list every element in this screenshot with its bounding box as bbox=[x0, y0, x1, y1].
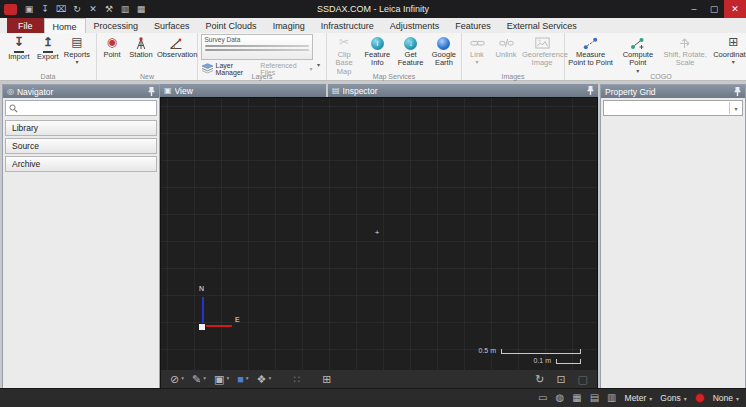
compute-label: Compute Point bbox=[617, 51, 658, 68]
display-options-button[interactable]: ▣ ▾ bbox=[214, 374, 229, 385]
navigator-icon: ◎ bbox=[7, 88, 14, 96]
scale-minor-line bbox=[556, 359, 581, 364]
tools-button[interactable]: ⚒ bbox=[101, 1, 117, 17]
lock-view-button[interactable]: ▢ bbox=[578, 374, 588, 385]
close-project-button[interactable]: ✕ bbox=[85, 1, 101, 17]
reports-button[interactable]: ▤ Reports ▾ bbox=[63, 34, 91, 66]
layers-preview[interactable]: Survey Data bbox=[201, 34, 313, 60]
tab-adjustments[interactable]: Adjustments bbox=[382, 18, 448, 33]
grid-toggle-button[interactable]: ⊞ bbox=[322, 374, 331, 385]
distance-unit-dropdown[interactable]: Meter ▾ bbox=[625, 393, 653, 403]
view-panel-header[interactable]: ▣ View bbox=[160, 84, 326, 97]
map-canvas[interactable]: + N E 0.5 m 0.1 m bbox=[160, 97, 598, 370]
feature-info-label: Feature Info bbox=[362, 51, 392, 68]
get-feature-button[interactable]: ↓ Get Feature bbox=[395, 34, 427, 69]
pin-icon[interactable] bbox=[148, 87, 155, 96]
georeference-image-button[interactable]: Georeference Image bbox=[521, 34, 563, 69]
compute-point-button[interactable]: Compute Point ▾ bbox=[616, 34, 659, 75]
get-feature-globe-icon: ↓ bbox=[404, 35, 417, 51]
pin-icon[interactable] bbox=[587, 86, 594, 95]
scale-major-line bbox=[501, 349, 581, 354]
display-icon: ▣ bbox=[214, 374, 224, 385]
screen-status-icon[interactable]: ▭ bbox=[538, 393, 547, 403]
layers-dropdown-button[interactable]: ▾ bbox=[314, 34, 324, 71]
delete-button[interactable]: ⌧ bbox=[53, 1, 69, 17]
dropdown-arrow-icon: ▾ bbox=[732, 59, 735, 65]
navigator-panel-header[interactable]: ◎ Navigator bbox=[3, 85, 159, 98]
coordinates-button[interactable]: ⊞ Coordinates ▾ bbox=[711, 34, 746, 66]
table-status-icon[interactable]: ▦ bbox=[572, 393, 581, 403]
refresh-view-button[interactable]: ↻ bbox=[535, 374, 544, 385]
close-button[interactable]: ✕ bbox=[724, 0, 746, 18]
tab-features[interactable]: Features bbox=[447, 18, 499, 33]
sync-button[interactable]: ↻ bbox=[69, 1, 85, 17]
import-button[interactable]: ↧ Import bbox=[5, 34, 33, 62]
tab-processing[interactable]: Processing bbox=[86, 18, 147, 33]
import-button-quick[interactable]: ↧ bbox=[37, 1, 53, 17]
save-button[interactable]: ▣ bbox=[21, 1, 37, 17]
ribbon-group-new: ◉ Point Station Observation New bbox=[97, 33, 198, 80]
sidebar-item-source[interactable]: Source bbox=[5, 138, 157, 154]
measure-point-to-point-button[interactable]: Measure Point to Point bbox=[566, 34, 615, 69]
coordinate-system-dropdown[interactable]: None ▾ bbox=[713, 393, 739, 403]
small-grid-toggle-button[interactable]: ∷ bbox=[293, 374, 300, 385]
tab-file[interactable]: File bbox=[7, 18, 44, 33]
layout-button[interactable]: ▥ bbox=[117, 1, 133, 17]
zoom-extents-button[interactable]: ⊡ bbox=[556, 374, 565, 385]
group-label-new: New bbox=[97, 73, 197, 80]
ribbon-group-layers: Survey Data Layer Manager Referenced Fil… bbox=[198, 33, 327, 80]
refresh-icon: ↻ bbox=[535, 374, 544, 385]
north-axis-line bbox=[202, 297, 204, 323]
tab-external-services[interactable]: External Services bbox=[499, 18, 585, 33]
tab-infrastructure[interactable]: Infrastructure bbox=[313, 18, 382, 33]
east-axis-line bbox=[206, 325, 232, 327]
scale-bar: 0.5 m 0.1 m bbox=[478, 347, 581, 364]
export-button[interactable]: ↥ Export bbox=[34, 34, 62, 62]
pin-icon[interactable] bbox=[734, 87, 741, 96]
filter-tool-button[interactable]: ❖ ▾ bbox=[257, 374, 272, 385]
google-earth-button[interactable]: Google Earth bbox=[428, 34, 460, 69]
scale-bar-major: 0.5 m bbox=[478, 347, 581, 354]
tab-surfaces[interactable]: Surfaces bbox=[146, 18, 198, 33]
shift-rotate-scale-label: Shift, Rotate, Scale bbox=[662, 51, 709, 68]
layers-status-icon[interactable]: ▤ bbox=[590, 393, 599, 403]
angle-unit-dropdown[interactable]: Gons ▾ bbox=[660, 393, 686, 403]
window-grid-button[interactable]: ▦ bbox=[133, 1, 149, 17]
snap-toggle-button[interactable]: ⊘ ▾ bbox=[170, 374, 184, 385]
title-bar: ▣ ↧ ⌧ ↻ ✕ ⚒ ▥ ▦ SSDAX.COM - Leica Infini… bbox=[0, 0, 746, 18]
property-grid-panel: Property Grid ▾ bbox=[600, 84, 746, 389]
feature-info-button[interactable]: i Feature Info bbox=[361, 34, 393, 69]
new-point-button[interactable]: ◉ Point bbox=[98, 34, 126, 60]
axis-origin-marker bbox=[199, 324, 205, 330]
shift-rotate-scale-icon bbox=[678, 35, 693, 51]
inspector-panel-header[interactable]: ▤ Inspector bbox=[328, 84, 598, 97]
map-status-icon[interactable]: ◍ bbox=[555, 393, 564, 403]
tab-home[interactable]: Home bbox=[44, 18, 86, 34]
measure-points-icon bbox=[583, 35, 598, 51]
dropdown-arrow-icon: ▾ bbox=[736, 395, 739, 402]
unlink-image-button[interactable]: Unlink bbox=[492, 34, 520, 60]
new-observation-button[interactable]: Observation bbox=[156, 34, 196, 60]
view-cube-button[interactable]: ■ ▾ bbox=[237, 374, 248, 385]
minimize-button[interactable]: – bbox=[684, 0, 704, 18]
link-image-button[interactable]: Link ▾ bbox=[463, 34, 491, 66]
report-status-icon[interactable]: ▥ bbox=[607, 393, 616, 403]
navigator-search-input[interactable] bbox=[21, 103, 153, 114]
tab-imaging[interactable]: Imaging bbox=[265, 18, 313, 33]
sidebar-item-library[interactable]: Library bbox=[5, 120, 157, 136]
ribbon-group-images: Link ▾ Unlink Georeference Image Images bbox=[462, 33, 565, 80]
clip-base-map-button[interactable]: ✂ Clip Base Map bbox=[328, 34, 360, 77]
property-grid-header[interactable]: Property Grid bbox=[601, 85, 745, 98]
property-grid-combobox[interactable]: ▾ bbox=[603, 100, 743, 116]
tab-point-clouds[interactable]: Point Clouds bbox=[198, 18, 265, 33]
export-label: Export bbox=[37, 53, 59, 61]
clip-scissors-icon: ✂ bbox=[339, 35, 349, 51]
draw-tool-button[interactable]: ✎ ▾ bbox=[192, 374, 206, 385]
sidebar-item-archive[interactable]: Archive bbox=[5, 156, 157, 172]
new-station-button[interactable]: Station bbox=[127, 34, 155, 60]
maximize-button[interactable]: ▢ bbox=[704, 0, 724, 18]
window-grid-icon: ▦ bbox=[137, 4, 146, 14]
dropdown-arrow-icon: ▾ bbox=[226, 376, 229, 382]
shift-rotate-scale-button[interactable]: Shift, Rotate, Scale bbox=[661, 34, 710, 69]
minimize-icon: – bbox=[691, 4, 696, 14]
